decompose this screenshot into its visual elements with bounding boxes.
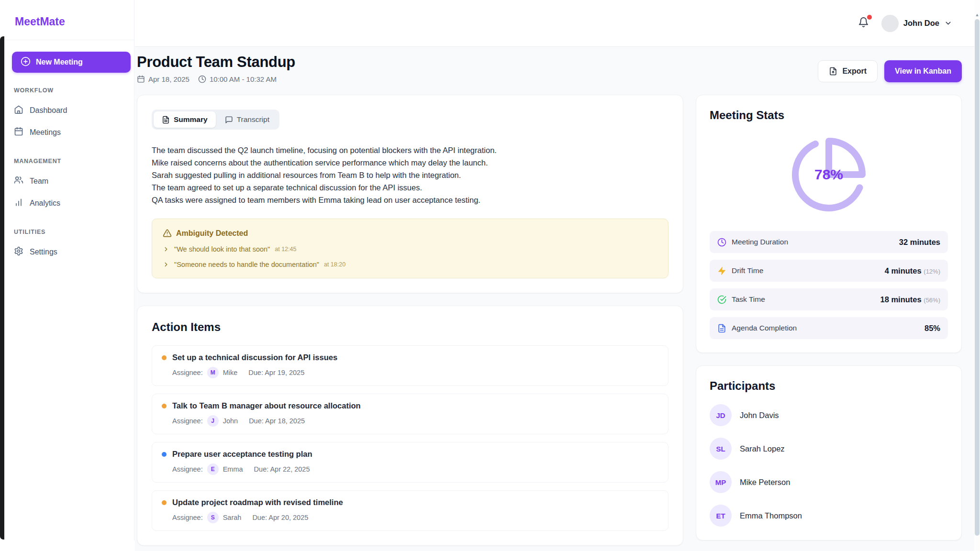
window-frame-edge — [0, 36, 4, 540]
participant-avatar: MP — [710, 471, 732, 493]
productivity-percentage: 78% — [814, 166, 843, 183]
avatar — [881, 15, 899, 32]
ambiguity-quote: "We should look into that soon" — [174, 245, 270, 253]
stat-label: Drift Time — [732, 266, 763, 275]
assignee-label: Assignee: — [172, 514, 203, 521]
ambiguity-item[interactable]: "We should look into that soon" at 12:45 — [163, 245, 657, 253]
stat-extra: (56%) — [924, 297, 940, 304]
summary-line: Mike raised concerns about the authentic… — [152, 156, 668, 169]
assignee-badge: S — [207, 512, 219, 523]
export-button[interactable]: Export — [818, 60, 878, 82]
scrollbar-thumb[interactable] — [975, 19, 980, 536]
due-date: Due: Apr 19, 2025 — [248, 369, 304, 376]
participant-name: John Davis — [740, 411, 779, 420]
ambiguity-time: at 12:45 — [275, 246, 296, 253]
stat-row: Agenda Completion 85% — [710, 317, 948, 339]
stat-value: 32 minutes — [899, 238, 940, 246]
assignee-name: Sarah — [223, 514, 242, 521]
stat-value: 85% — [924, 324, 940, 332]
participant-row: JD John Davis — [710, 404, 948, 426]
summary-line: The team discussed the Q2 launch timelin… — [152, 144, 668, 156]
sidebar-item-analytics[interactable]: Analytics — [4, 192, 134, 214]
ambiguity-item[interactable]: "Someone needs to handle the documentati… — [163, 261, 657, 268]
participant-name: Emma Thompson — [740, 511, 802, 520]
zap-icon — [717, 266, 726, 276]
stat-row: Drift Time 4 minutes (12%) — [710, 260, 948, 282]
notification-dot — [867, 15, 872, 20]
page-scrollbar[interactable]: ▲ — [974, 0, 980, 551]
sidebar-item-label: Meetings — [30, 128, 61, 137]
summary-card: Summary Transcript The team discussed th… — [137, 95, 683, 293]
file-text-icon — [717, 324, 726, 333]
action-item[interactable]: Set up a technical discussion for API is… — [152, 345, 668, 386]
summary-text: The team discussed the Q2 launch timelin… — [152, 144, 668, 206]
ambiguity-quote: "Someone needs to handle the documentati… — [174, 261, 319, 268]
due-date: Due: Apr 22, 2025 — [254, 465, 310, 473]
chevron-down-icon — [944, 19, 952, 27]
sidebar-item-label: Analytics — [30, 199, 60, 208]
sidebar-item-dashboard[interactable]: Dashboard — [4, 99, 134, 121]
calendar-icon — [137, 75, 145, 83]
clock-icon — [717, 238, 726, 247]
summary-line: QA tasks were assigned to team members w… — [152, 194, 668, 206]
gear-icon — [14, 246, 23, 258]
meeting-stats-title: Meeting Stats — [710, 109, 948, 122]
clock-icon — [198, 75, 206, 83]
status-dot — [162, 500, 167, 505]
action-item[interactable]: Prepare user acceptance testing plan Ass… — [152, 442, 668, 483]
summary-line: The team agreed to set up a separate tec… — [152, 181, 668, 194]
participant-avatar: SL — [710, 438, 732, 460]
stat-row: Task Time 18 minutes (56%) — [710, 288, 948, 310]
status-dot — [162, 452, 167, 457]
section-label-utilities: UTILITIES — [4, 229, 134, 235]
scrollbar-up-arrow[interactable]: ▲ — [974, 12, 980, 17]
participant-name: Sarah Lopez — [740, 444, 785, 453]
stat-label: Meeting Duration — [732, 238, 788, 246]
section-label-management: MANAGEMENT — [4, 158, 134, 165]
tab-summary[interactable]: Summary — [154, 111, 216, 128]
view-in-kanban-button[interactable]: View in Kanban — [884, 60, 962, 82]
assignee-label: Assignee: — [172, 417, 203, 425]
participant-row: MP Mike Peterson — [710, 471, 948, 493]
due-date: Due: Apr 18, 2025 — [249, 417, 305, 425]
due-date: Due: Apr 20, 2025 — [252, 514, 308, 521]
tab-transcript[interactable]: Transcript — [217, 111, 278, 128]
alert-triangle-icon — [163, 229, 172, 238]
check-circle-icon — [717, 295, 726, 304]
sidebar-item-team[interactable]: Team — [4, 170, 134, 192]
action-item[interactable]: Talk to Team B manager about resource al… — [152, 394, 668, 434]
assignee-badge: J — [207, 415, 219, 427]
stat-label: Task Time — [732, 295, 765, 304]
meeting-date: Apr 18, 2025 — [137, 75, 189, 83]
assignee-name: Emma — [223, 465, 243, 473]
sidebar-item-label: Team — [30, 177, 48, 186]
new-meeting-button[interactable]: New Meeting — [12, 52, 131, 73]
productivity-chart: 78% — [710, 125, 948, 224]
sidebar-item-settings[interactable]: Settings — [4, 241, 134, 263]
participant-avatar: ET — [710, 505, 732, 527]
sidebar-item-meetings[interactable]: Meetings — [4, 121, 134, 143]
plus-circle-icon — [21, 56, 31, 68]
user-menu[interactable]: John Doe — [881, 15, 952, 32]
assignee-label: Assignee: — [172, 465, 203, 473]
action-item-title: Prepare user acceptance testing plan — [172, 450, 312, 459]
ambiguity-title: Ambiguity Detected — [176, 229, 248, 238]
action-items-card: Action Items Set up a technical discussi… — [137, 306, 683, 546]
meeting-time: 10:00 AM - 10:32 AM — [198, 75, 277, 83]
stat-value: 18 minutes — [880, 295, 922, 304]
topbar: John Doe — [135, 0, 974, 47]
notifications-button[interactable] — [858, 17, 869, 30]
stat-label: Agenda Completion — [732, 324, 797, 332]
summary-line: Sarah suggested pulling in additional re… — [152, 169, 668, 181]
sidebar-item-label: Settings — [30, 248, 57, 256]
action-item-title: Talk to Team B manager about resource al… — [172, 401, 361, 410]
action-items-title: Action Items — [152, 320, 668, 334]
page-header: Product Team Standup Apr 18, 2025 10:00 … — [137, 54, 962, 83]
section-label-workflow: WORKFLOW — [4, 87, 134, 94]
bar-chart-icon — [14, 198, 23, 209]
action-item[interactable]: Update project roadmap with revised time… — [152, 490, 668, 531]
sidebar-item-label: Dashboard — [30, 106, 67, 115]
status-dot — [162, 355, 167, 360]
participant-name: Mike Peterson — [740, 478, 790, 487]
ambiguity-time: at 18:20 — [324, 261, 345, 268]
